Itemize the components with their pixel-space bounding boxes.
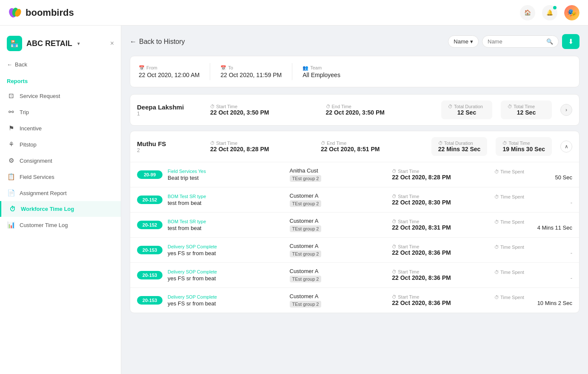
total-time-muthu: ⏱ Total Time 19 Mins 30 Sec — [496, 137, 552, 156]
clock-icon-ts1: ⏱ — [494, 169, 499, 174]
time-spent-info-3: ⏱ Time Spent 4 Mins 11 Sec — [494, 219, 572, 231]
sidebar-item-assignment-report[interactable]: 📄 Assignment Report — [0, 185, 121, 201]
assignment-badge-3: 20-152 — [137, 221, 163, 229]
clock-icon-a5: ⏱ — [392, 269, 397, 274]
download-button[interactable]: ⬇ — [562, 34, 579, 49]
customer-group-1: TEst group 2 — [290, 175, 322, 182]
customer-name-4: Customer A — [290, 243, 387, 249]
avatar-button[interactable]: 🎭 — [564, 5, 579, 20]
assign-info-4: Delivery SOP Complete yes FS sr from bea… — [168, 244, 285, 256]
customer-name-3: Customer A — [290, 218, 387, 224]
start-time-value-a1: 22 Oct 2020, 8:28 PM — [392, 174, 489, 181]
sidebar-item-label: Trip — [20, 109, 29, 115]
collapse-button-muthu[interactable]: ∧ — [560, 141, 572, 152]
from-value: 22 Oct 2020, 12:00 AM — [139, 72, 200, 78]
time-spent-value-5: - — [494, 275, 572, 281]
person-card-muthu: Muthu FS 2 ⏱ Start Time 22 Oct 2020, 8:2… — [130, 131, 579, 313]
back-to-history-button[interactable]: ← Back to History — [130, 38, 185, 46]
sidebar-item-service-request[interactable]: ⊡ Service Request — [0, 88, 121, 104]
time-spent-value-2: - — [494, 199, 572, 206]
sidebar-header: 🏪 ABC RETAIL ▼ × — [0, 32, 121, 58]
home-button[interactable]: 🏠 — [520, 5, 535, 20]
customer-name-2: Customer A — [290, 193, 387, 199]
assignment-report-icon: 📄 — [7, 189, 15, 197]
assign-info-3: BOM Test SR type test from beat — [168, 219, 285, 231]
person-num-deepa: 1 — [137, 111, 205, 117]
assignment-badge-1: 20-99 — [137, 170, 163, 179]
expand-button-deepa[interactable]: › — [560, 104, 572, 116]
time-spent-label-3: ⏱ Time Spent — [494, 219, 572, 224]
person-name-deepa: Deepa Lakshmi — [137, 104, 205, 111]
end-time-muthu: ⏱ End Time 22 Oct 2020, 8:51 PM — [321, 141, 426, 152]
clock-icon-7: ⏱ — [438, 141, 443, 146]
assignment-row-2: 20-152 BOM Test SR type test from beat C… — [130, 187, 579, 212]
sidebar-brand: 🏪 ABC RETAIL ▼ — [7, 36, 81, 51]
team-icon: 👥 — [303, 65, 308, 71]
back-arrow-icon: ← — [7, 61, 12, 68]
person-header-muthu[interactable]: Muthu FS 2 ⏱ Start Time 22 Oct 2020, 8:2… — [130, 131, 579, 162]
clock-icon-a3: ⏱ — [392, 219, 397, 224]
customer-time-log-icon: 📊 — [7, 221, 15, 229]
assignment-row-5: 20-153 Delivery SOP Complete yes FS sr f… — [130, 262, 579, 288]
assign-name-5: yes FS sr from beat — [168, 275, 285, 282]
total-time-value-deepa: 12 Sec — [508, 109, 545, 116]
person-header-deepa[interactable]: Deepa Lakshmi 1 ⏱ Start Time 22 Oct 2020… — [130, 95, 579, 125]
time-info-2: ⏱ Start Time 22 Oct 2020, 8:30 PM — [392, 194, 489, 206]
sidebar-item-workforce-time-log[interactable]: ⏱ Workforce Time Log — [0, 201, 121, 217]
sidebar-item-pitstop[interactable]: ⚘ Pitstop — [0, 136, 121, 152]
clock-icon-5: ⏱ — [210, 141, 215, 146]
back-arrow-icon: ← — [130, 38, 137, 46]
search-input[interactable] — [488, 38, 544, 45]
consignment-icon: ⚙ — [7, 157, 15, 164]
start-time-label-a1: ⏱ Start Time — [392, 169, 489, 174]
clock-icon-ts4: ⏱ — [494, 245, 499, 250]
sidebar-close-button[interactable]: × — [110, 40, 114, 47]
sidebar-item-label: Workforce Time Log — [21, 206, 74, 212]
sidebar-item-trip[interactable]: ⚯ Trip — [0, 104, 121, 120]
filter-to: 📅 To 22 Oct 2020, 11:59 PM — [220, 65, 282, 78]
sidebar-item-field-services[interactable]: 📋 Field Services — [0, 169, 121, 185]
start-time-label-muthu: ⏱ Start Time — [210, 141, 316, 146]
clock-icon-ts3: ⏱ — [494, 219, 499, 224]
filter-divider-1 — [210, 63, 210, 80]
avatar: 🎭 — [564, 5, 579, 20]
sidebar-item-label: Field Services — [20, 174, 54, 180]
service-request-icon: ⊡ — [7, 92, 15, 100]
assign-info-5: Delivery SOP Complete yes FS sr from bea… — [168, 269, 285, 282]
start-time-deepa: ⏱ Start Time 22 Oct 2020, 3:50 PM — [210, 104, 321, 116]
end-time-label-muthu: ⏱ End Time — [321, 141, 426, 146]
start-time-label-a4: ⏱ Start Time — [392, 244, 489, 249]
home-icon: 🏠 — [524, 9, 531, 16]
main-content: ← Back to History Name ▾ 🔍 ⬇ — [121, 26, 588, 374]
total-time-label-muthu: ⏱ Total Time — [502, 141, 545, 146]
start-time-value-a3: 22 Oct 2020, 8:31 PM — [392, 224, 489, 231]
end-time-value-deepa: 22 Oct 2020, 3:50 PM — [326, 109, 437, 116]
sidebar-item-consignment[interactable]: ⚙ Consignment — [0, 152, 121, 169]
clock-icon-8: ⏱ — [502, 141, 507, 146]
assign-info-6: Delivery SOP Complete yes FS sr from bea… — [168, 294, 285, 307]
clock-icon-ts2: ⏱ — [494, 194, 499, 199]
sidebar-item-label: Assignment Report — [20, 190, 67, 196]
customer-info-2: Customer A TEst group 2 — [290, 193, 387, 207]
time-info-1: ⏱ Start Time 22 Oct 2020, 8:28 PM — [392, 169, 489, 181]
clock-icon-a2: ⏱ — [392, 194, 397, 199]
layout: 🏪 ABC RETAIL ▼ × ← Back Reports ⊡ Servic… — [0, 26, 588, 374]
sidebar-item-customer-time-log[interactable]: 📊 Customer Time Log — [0, 217, 121, 233]
clock-icon-3: ⏱ — [448, 104, 453, 109]
time-spent-label-4: ⏱ Time Spent — [494, 245, 572, 250]
assignment-badge-2: 20-152 — [137, 196, 163, 204]
start-time-value-a2: 22 Oct 2020, 8:30 PM — [392, 199, 489, 206]
page-header: ← Back to History Name ▾ 🔍 ⬇ — [130, 34, 579, 49]
customer-name-6: Customer A — [290, 293, 387, 299]
sidebar-back-button[interactable]: ← Back — [0, 58, 121, 75]
customer-group-3: TEst group 2 — [290, 225, 322, 232]
search-dropdown[interactable]: Name ▾ — [448, 35, 479, 48]
start-time-label-a6: ⏱ Start Time — [392, 294, 489, 299]
clock-icon-ts5: ⏱ — [494, 270, 499, 275]
search-dropdown-label: Name — [454, 38, 468, 45]
bell-button[interactable]: 🔔 — [542, 5, 557, 20]
sidebar-item-label: Customer Time Log — [20, 222, 68, 228]
sidebar-item-incentive[interactable]: ⚑ Incentive — [0, 120, 121, 136]
customer-group-4: TEst group 2 — [290, 250, 322, 257]
pitstop-icon: ⚘ — [7, 141, 15, 148]
